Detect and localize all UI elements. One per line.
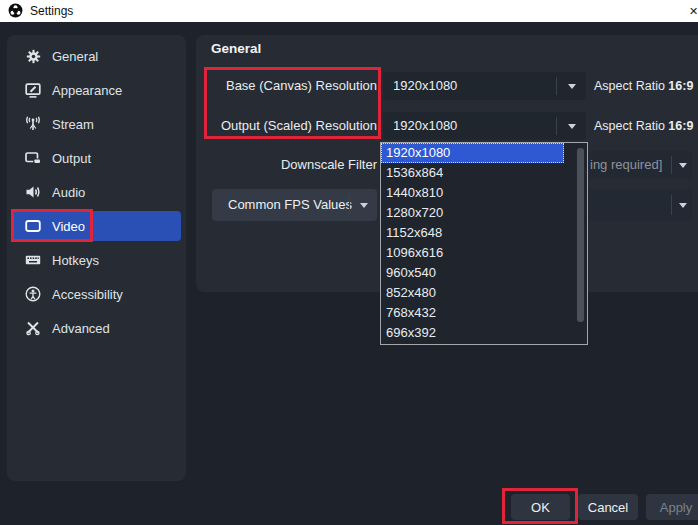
fps-type-value: Common FPS Values [228,189,352,221]
video-icon [25,218,41,234]
accessibility-icon [25,286,41,302]
sidebar-label: Hotkeys [52,253,99,268]
sidebar-label: Appearance [52,83,122,98]
dropdown-option[interactable]: 1280x720 [381,203,564,223]
output-aspect-ratio: Aspect Ratio 16:9 [594,112,693,140]
dropdown-option[interactable]: 696x392 [381,323,564,343]
scrollbar-thumb[interactable] [577,148,584,322]
dropdown-option[interactable]: 1152x648 [381,223,564,243]
base-resolution-dropdown[interactable]: 1920x1080 [383,72,586,100]
obs-settings-window: { "window": { "title": "Settings", "clos… [0,0,698,525]
sidebar-label: Stream [52,117,94,132]
resolution-dropdown-list: 1920x1080 1536x864 1440x810 1280x720 115… [380,142,588,345]
dropdown-option[interactable]: 768x432 [381,303,564,323]
dropdown-option[interactable]: 960x540 [381,263,564,283]
divider [671,195,672,215]
apply-button[interactable]: Apply [646,494,698,520]
sidebar-item-appearance[interactable]: Appearance [12,75,181,105]
chevron-down-icon [568,84,576,89]
dropdown-option[interactable]: 852x480 [381,283,564,303]
sidebar-item-audio[interactable]: Audio [12,177,181,207]
base-resolution-label: Base (Canvas) Resolution [196,72,377,100]
keyboard-icon [25,252,41,268]
dropdown-option[interactable]: 1536x864 [381,163,564,183]
sidebar-label: Advanced [52,321,110,336]
window-title: Settings [30,0,73,22]
stream-icon [25,116,41,132]
settings-sidebar: General Appearance Stream Output Audio V… [7,35,186,481]
gear-icon [25,48,41,64]
downscale-filter-label: Downscale Filter [196,151,377,179]
base-resolution-value: 1920x1080 [393,72,457,100]
cancel-button[interactable]: Cancel [578,494,638,520]
sidebar-item-stream[interactable]: Stream [12,109,181,139]
chevron-down-icon [679,203,687,208]
divider [556,77,557,95]
titlebar: Settings ✕ [0,0,698,22]
dropdown-option[interactable]: 1920x1080 [381,143,564,163]
sidebar-label: Output [52,151,91,166]
dropdown-option[interactable]: 1096x616 [381,243,564,263]
sidebar-label: Audio [52,185,85,200]
fps-type-dropdown[interactable]: Common FPS Values [212,189,377,221]
divider [556,117,557,135]
sidebar-item-accessibility[interactable]: Accessibility [12,279,181,309]
audio-icon [25,184,41,200]
divider [671,156,672,174]
chevron-down-icon [568,124,576,129]
sidebar-item-hotkeys[interactable]: Hotkeys [12,245,181,275]
dropdown-option[interactable]: 1440x810 [381,183,564,203]
chevron-down-icon [679,163,687,168]
appearance-icon [25,82,41,98]
obs-logo-icon [8,3,23,18]
base-aspect-ratio: Aspect Ratio 16:9 [594,72,693,100]
output-resolution-dropdown[interactable]: 1920x1080 [383,112,586,140]
output-resolution-value: 1920x1080 [393,112,457,140]
output-icon [25,150,41,166]
sidebar-label: Accessibility [52,287,123,302]
sidebar-item-general[interactable]: General [12,41,181,71]
divider [349,195,350,215]
sidebar-item-video[interactable]: Video [12,211,181,241]
close-icon[interactable]: ✕ [689,3,698,19]
chevron-down-icon [360,203,368,208]
sidebar-item-advanced[interactable]: Advanced [12,313,181,343]
output-resolution-label: Output (Scaled) Resolution [196,112,377,140]
downscale-filter-visible-text: ing required] [590,151,662,179]
ok-button[interactable]: OK [511,494,570,520]
section-title: General [211,41,261,56]
sidebar-label: Video [52,219,85,234]
sidebar-label: General [52,49,98,64]
advanced-icon [25,320,41,336]
sidebar-item-output[interactable]: Output [12,143,181,173]
